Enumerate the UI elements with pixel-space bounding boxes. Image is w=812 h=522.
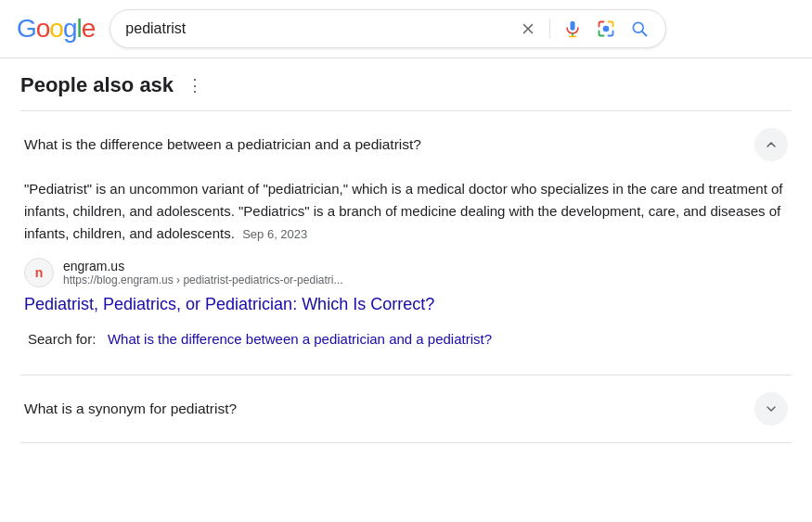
chevron-down-icon	[764, 401, 779, 416]
search-submit-button[interactable]	[628, 18, 651, 40]
search-icon	[630, 19, 649, 38]
question-row-2[interactable]: What is a synonym for pediatrist?	[20, 376, 792, 442]
source-domain-1: engram.us	[63, 259, 342, 274]
question-2-toggle[interactable]: What is a synonym for pediatrist?	[20, 376, 792, 442]
people-also-ask-header: People also ask ⋮	[20, 73, 792, 97]
search-for-row-1: Search for: What is the difference betwe…	[24, 327, 788, 360]
svg-point-3	[603, 26, 610, 32]
clear-icon	[520, 20, 536, 37]
paa-title: People also ask	[20, 73, 174, 97]
answer-date-1: Sep 6, 2023	[242, 227, 307, 241]
question-1-text: What is the difference between a pediatr…	[24, 136, 421, 153]
question-1-toggle[interactable]: What is the difference between a pediatr…	[20, 111, 792, 178]
main-content: People also ask ⋮ What is the difference…	[0, 58, 812, 458]
svg-line-5	[642, 32, 647, 36]
source-row-1: n engram.us https://blog.engram.us › ped…	[24, 258, 788, 287]
question-2-text: What is a synonym for pediatrist?	[24, 401, 237, 417]
search-divider	[549, 19, 550, 39]
section-divider-bottom	[20, 442, 792, 443]
google-lens-icon	[597, 19, 615, 38]
answer-body-1: "Pediatrist" is an uncommon variant of "…	[24, 178, 788, 245]
clear-button[interactable]	[518, 19, 538, 39]
search-icon-group	[518, 18, 651, 40]
svg-rect-0	[571, 21, 575, 31]
source-favicon-1: n	[24, 258, 54, 287]
more-options-icon[interactable]: ⋮	[183, 73, 207, 97]
search-input[interactable]: pediatrist	[125, 20, 510, 37]
search-bar: pediatrist	[110, 9, 666, 48]
microphone-button[interactable]	[561, 18, 584, 40]
source-url-1: https://blog.engram.us › pediatrist-pedi…	[63, 274, 342, 286]
header: Google pediatrist	[0, 0, 812, 58]
collapse-button-1[interactable]	[754, 128, 788, 161]
chevron-up-icon	[764, 137, 779, 152]
result-link-1[interactable]: Pediatrist, Pediatrics, or Pediatrician:…	[24, 295, 788, 314]
google-lens-button[interactable]	[595, 18, 617, 40]
source-info-1: engram.us https://blog.engram.us › pedia…	[63, 259, 342, 286]
microphone-icon	[563, 19, 582, 38]
expand-button-2[interactable]	[754, 392, 788, 426]
search-for-link-1[interactable]: What is the difference between a pediatr…	[104, 331, 492, 347]
answer-section-1: "Pediatrist" is an uncommon variant of "…	[20, 178, 792, 375]
question-row-1[interactable]: What is the difference between a pediatr…	[20, 111, 792, 375]
google-logo: Google	[17, 14, 95, 44]
